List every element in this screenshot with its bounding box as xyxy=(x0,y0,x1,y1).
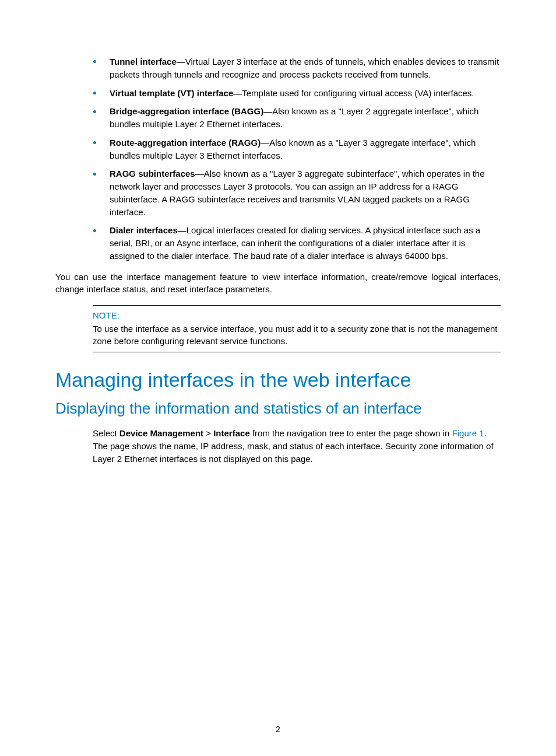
list-item: Dialer interfaces—Logical interfaces cre… xyxy=(93,224,501,262)
note-title: NOTE: xyxy=(93,310,501,320)
document-page: Tunnel interface—Virtual Layer 3 interfa… xyxy=(0,0,556,756)
section-heading: Managing interfaces in the web interface xyxy=(55,369,501,391)
list-item: Virtual template (VT) interface—Template… xyxy=(93,87,501,100)
page-number: 2 xyxy=(0,724,556,734)
definition-list: Tunnel interface—Virtual Layer 3 interfa… xyxy=(93,55,501,262)
note-box: NOTE: To use the interface as a service … xyxy=(93,305,501,352)
definition-term: Tunnel interface xyxy=(110,57,177,66)
body-paragraph: You can use the interface management fea… xyxy=(55,271,501,296)
step-paragraph: Select Device Management > Interface fro… xyxy=(93,427,501,465)
list-item: Bridge-aggregation interface (BAGG)—Also… xyxy=(93,105,501,131)
list-item: Tunnel interface—Virtual Layer 3 interfa… xyxy=(93,55,501,81)
nav-path-item: Interface xyxy=(213,428,250,438)
definition-term: Dialer interfaces xyxy=(110,225,178,235)
text: Select xyxy=(93,428,119,438)
list-item: Route-aggregation interface (RAGG)—Also … xyxy=(93,136,501,162)
list-item: RAGG subinterfaces—Also known as a "Laye… xyxy=(93,167,501,218)
definition-term: Virtual template (VT) interface xyxy=(110,88,233,98)
nav-path-item: Device Management xyxy=(119,428,203,438)
definition-desc: —Template used for configuring virtual a… xyxy=(233,88,474,98)
definition-term: Route-aggregation interface (RAGG) xyxy=(110,138,261,148)
note-body: To use the interface as a service interf… xyxy=(93,323,501,347)
definition-term: RAGG subinterfaces xyxy=(110,169,195,178)
definition-term: Bridge-aggregation interface (BAGG) xyxy=(110,106,263,116)
figure-link[interactable]: Figure 1 xyxy=(452,428,484,438)
text: from the navigation tree to enter the pa… xyxy=(250,428,452,438)
subsection-heading: Displaying the information and statistic… xyxy=(55,400,501,418)
text: > xyxy=(203,428,213,438)
